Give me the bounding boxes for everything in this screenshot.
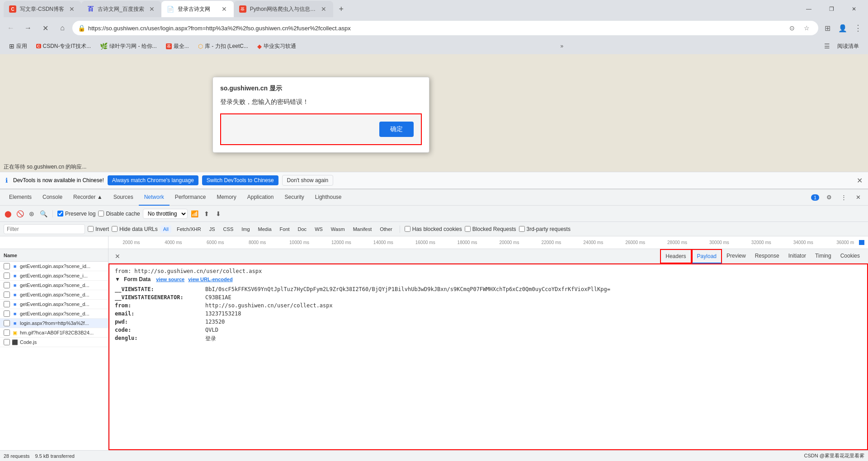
tab-csdn-close[interactable]: ✕	[68, 5, 76, 13]
disable-cache-label[interactable]: Disable cache	[98, 211, 140, 217]
switch-devtools-chinese-button[interactable]: Switch DevTools to Chinese	[202, 175, 278, 185]
filter-other[interactable]: Other	[377, 226, 395, 233]
profile-icon[interactable]: 👤	[836, 22, 849, 34]
view-url-encoded-link[interactable]: view URL-encoded	[188, 277, 232, 282]
tab-baidu[interactable]: 百 古诗文网_百度搜索 ✕	[81, 1, 161, 17]
disable-cache-checkbox[interactable]	[98, 211, 104, 216]
filter-input[interactable]	[4, 224, 85, 234]
blocked-requests-label[interactable]: Blocked Requests	[465, 226, 516, 232]
view-source-link[interactable]: view source	[156, 277, 184, 282]
reading-list-label[interactable]: 阅读清单	[834, 41, 863, 52]
bookmark-apps[interactable]: ⊞ 应用	[5, 41, 31, 52]
alert-confirm-button[interactable]: 确定	[379, 122, 414, 137]
extension-icon[interactable]: ⊞	[821, 22, 834, 34]
detail-tab-response[interactable]: Response	[750, 249, 784, 263]
filter-ws[interactable]: WS	[312, 226, 326, 233]
tab-baidu-close[interactable]: ✕	[148, 5, 156, 13]
file-item-7[interactable]: ▣ hm.gif?hca=AB0F1F82CB3B24...	[0, 328, 108, 338]
tab-gushiwen-close[interactable]: ✕	[220, 5, 228, 13]
detail-tab-initiator[interactable]: Initiator	[784, 249, 811, 263]
devtools-settings-button[interactable]: ⚙	[823, 191, 835, 204]
file-item-5[interactable]: ■ getEventLogin.aspx?scene_d...	[0, 309, 108, 319]
file-checkbox-5[interactable]	[4, 310, 10, 317]
filter-js[interactable]: JS	[207, 226, 218, 233]
bookmarks-more[interactable]: »	[557, 41, 567, 51]
tab-sources[interactable]: Sources	[108, 189, 139, 206]
menu-icon[interactable]: ⋮	[852, 22, 864, 34]
file-item-3[interactable]: ■ getEventLogin.aspx?scene_d...	[0, 290, 108, 300]
tab-python-close[interactable]: ✕	[320, 5, 328, 13]
dont-show-again-button[interactable]: Don't show again	[282, 175, 334, 186]
file-item-8[interactable]: ⬛ Code.js	[0, 338, 108, 347]
minimize-button[interactable]: —	[798, 2, 819, 16]
star-icon[interactable]: ☆	[800, 22, 813, 34]
detail-tab-payload[interactable]: Payload	[692, 249, 722, 263]
cast-icon[interactable]: ⊙	[786, 22, 798, 34]
filter-all[interactable]: All	[160, 226, 171, 233]
always-match-language-button[interactable]: Always match Chrome's language	[108, 175, 198, 185]
invert-label[interactable]: Invert	[88, 226, 109, 232]
blocked-cookies-checkbox[interactable]	[405, 226, 410, 232]
tab-python[interactable]: 慕 Python网络爬虫入与信息提取... ✕	[234, 1, 333, 17]
filter-font[interactable]: Font	[277, 226, 292, 233]
tab-memory[interactable]: Memory	[211, 189, 241, 206]
tab-lighthouse[interactable]: Lighthouse	[310, 189, 347, 206]
detail-tab-preview[interactable]: Preview	[722, 249, 750, 263]
filter-media[interactable]: Media	[255, 226, 274, 233]
preserve-log-checkbox[interactable]	[57, 211, 63, 216]
hide-data-urls-label[interactable]: Hide data URLs	[112, 226, 158, 232]
bookmark-mooc[interactable]: 慕 最全...	[162, 41, 193, 52]
bookmark-luyexy[interactable]: 🌿 绿叶学习网 - 给你...	[96, 41, 160, 52]
filter-img[interactable]: Img	[239, 226, 252, 233]
bookmark-csdn[interactable]: C CSDN-专业IT技术...	[33, 41, 94, 52]
hide-data-urls-checkbox[interactable]	[112, 226, 118, 232]
third-party-label[interactable]: 3rd-party requests	[519, 226, 571, 232]
detail-tab-headers[interactable]: Headers	[660, 249, 691, 263]
address-input[interactable]: 🔒 https://so.gushiwen.cn/user/login.aspx…	[72, 21, 818, 35]
home-button[interactable]: ⌂	[55, 21, 70, 35]
blocked-requests-checkbox[interactable]	[465, 226, 471, 232]
file-checkbox-8[interactable]	[4, 339, 10, 345]
bookmark-leet[interactable]: ⬡ 库 - 力扣 (LeetC...	[194, 41, 252, 52]
detail-close-button[interactable]: ✕	[112, 253, 123, 260]
export-har-button[interactable]: ⬇	[214, 209, 223, 218]
file-item-1[interactable]: ■ getEventLogin.aspx?scene_i...	[0, 271, 108, 281]
throttle-select[interactable]: No throttling	[143, 209, 188, 219]
back-button[interactable]: ←	[4, 21, 18, 35]
clear-button[interactable]: 🚫	[15, 209, 24, 218]
invert-checkbox[interactable]	[88, 226, 94, 232]
file-item-2[interactable]: ■ getEventLogin.aspx?scene_d...	[0, 281, 108, 290]
tab-performance[interactable]: Performance	[170, 189, 212, 206]
filter-manifest[interactable]: Manifest	[350, 226, 375, 233]
tab-application[interactable]: Application	[242, 189, 279, 206]
tab-recorder[interactable]: Recorder ▲	[68, 189, 108, 206]
forward-button[interactable]: →	[21, 21, 35, 35]
detail-tab-cookies[interactable]: Cookies	[836, 249, 864, 263]
file-item-4[interactable]: ■ getEventLogin.aspx?scene_d...	[0, 300, 108, 309]
bookmark-soft[interactable]: ◆ 毕业实习软通	[254, 41, 300, 52]
import-har-button[interactable]: ⬆	[202, 209, 211, 218]
filter-toggle-button[interactable]: ⊛	[27, 209, 36, 218]
file-checkbox-7[interactable]	[4, 329, 10, 336]
filter-doc[interactable]: Doc	[295, 226, 310, 233]
filter-wasm[interactable]: Wasm	[328, 226, 348, 233]
file-checkbox-6[interactable]	[4, 320, 10, 326]
tab-csdn[interactable]: C 写文章-CSDN博客 ✕	[4, 1, 81, 17]
devtools-more-button[interactable]: ⋮	[837, 191, 850, 204]
file-checkbox-2[interactable]	[4, 282, 10, 288]
blocked-cookies-label[interactable]: Has blocked cookies	[405, 226, 462, 232]
new-tab-button[interactable]: +	[335, 3, 348, 15]
third-party-checkbox[interactable]	[519, 226, 525, 232]
file-item-0[interactable]: ■ getEventLogin.aspx?scene_id...	[0, 262, 108, 271]
file-checkbox-4[interactable]	[4, 301, 10, 307]
file-checkbox-0[interactable]	[4, 263, 10, 269]
tab-security[interactable]: Security	[279, 189, 309, 206]
tab-network[interactable]: Network	[139, 189, 170, 206]
restore-button[interactable]: ❐	[821, 2, 842, 16]
devtools-undock-button[interactable]: ✕	[852, 191, 864, 204]
record-button[interactable]: ⬤	[4, 209, 13, 218]
close-button[interactable]: ✕	[844, 2, 864, 16]
tab-elements[interactable]: Elements	[4, 189, 37, 206]
file-checkbox-1[interactable]	[4, 273, 10, 279]
filter-css[interactable]: CSS	[221, 226, 236, 233]
